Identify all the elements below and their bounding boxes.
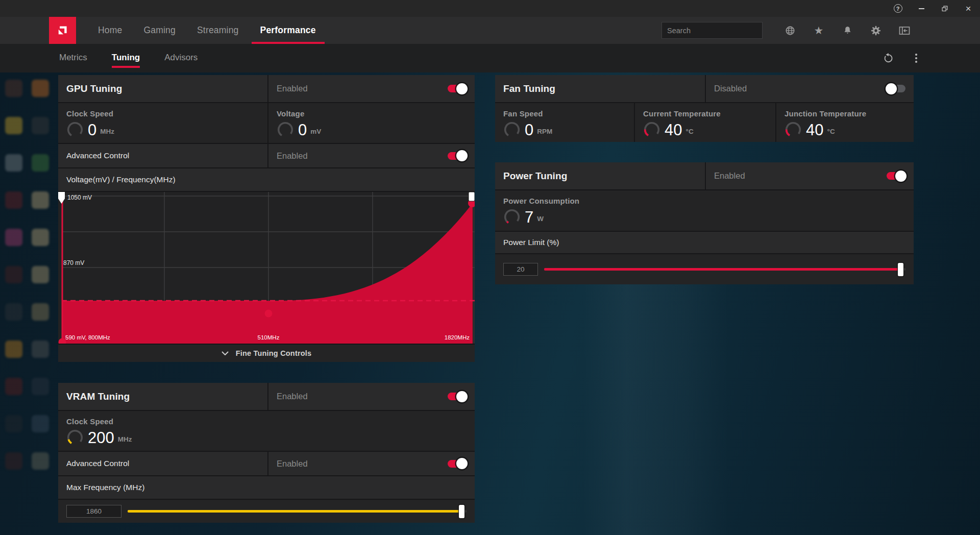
- tab-advisors[interactable]: Advisors: [152, 48, 210, 68]
- slider-handle[interactable]: [459, 505, 464, 518]
- gpu-tuning-toggle[interactable]: [448, 85, 467, 92]
- vram-tuning-status: Enabled: [277, 392, 308, 401]
- max-frequency-input[interactable]: [66, 505, 121, 518]
- vram-advanced-status: Enabled: [277, 459, 308, 469]
- power-tuning-title: Power Tuning: [503, 171, 567, 182]
- close-button[interactable]: ×: [957, 0, 980, 17]
- performance-subnav: Metrics Tuning Advisors: [0, 44, 980, 72]
- vram-advanced-toggle[interactable]: [448, 460, 467, 468]
- subnav-actions: [880, 51, 980, 66]
- amd-software-window: ? × Home Gaming Streaming Performance: [0, 0, 980, 535]
- gpu-tuning-status: Enabled: [277, 84, 308, 93]
- title-bar: ? ×: [0, 0, 980, 17]
- x-label-mid: 510MHz: [258, 334, 280, 341]
- fan-speed-value: 0: [525, 122, 533, 138]
- power-limit-label: Power Limit (%): [503, 238, 559, 247]
- voltage-frequency-header: Voltage(mV) / Frequency(MHz): [66, 175, 176, 184]
- vf-axis-handle[interactable]: [58, 192, 65, 204]
- fine-tuning-controls-expander[interactable]: Fine Tuning Controls: [58, 345, 475, 362]
- tab-streaming[interactable]: Streaming: [186, 17, 250, 44]
- current-temp-unit: °C: [685, 128, 693, 135]
- gauge-arc-icon: [643, 121, 660, 138]
- help-icon: ?: [894, 4, 902, 13]
- connect-panel-button[interactable]: [890, 17, 919, 44]
- gpu-tuning-title: GPU Tuning: [66, 83, 122, 94]
- undo-icon: [882, 53, 893, 64]
- nav-actions: ★: [662, 17, 980, 44]
- gauge-arc-icon: [277, 121, 294, 138]
- minimize-button[interactable]: [910, 0, 933, 17]
- power-consumption-unit: W: [537, 215, 544, 223]
- fan-tuning-toggle[interactable]: [887, 85, 905, 92]
- star-icon: ★: [814, 25, 824, 36]
- help-button[interactable]: ?: [886, 0, 910, 17]
- tab-tuning[interactable]: Tuning: [100, 48, 152, 68]
- gpu-advanced-status: Enabled: [277, 151, 308, 161]
- restore-button[interactable]: [933, 0, 957, 17]
- tuning-content: GPU Tuning Enabled Clock Speed 0 MHz: [0, 72, 980, 535]
- vram-tuning-card: VRAM Tuning Enabled Clock Speed 200: [58, 383, 475, 523]
- more-options-button[interactable]: [909, 51, 924, 66]
- gpu-advanced-toggle[interactable]: [448, 152, 467, 160]
- gauge-arc-icon: [66, 429, 84, 446]
- max-frequency-slider[interactable]: [128, 505, 467, 518]
- favorites-button[interactable]: ★: [804, 17, 833, 44]
- nav-tabs: Home Gaming Streaming Performance: [87, 17, 327, 44]
- web-browser-button[interactable]: [776, 17, 804, 44]
- vram-clock-value: 200: [88, 430, 114, 446]
- gauge-arc-icon: [785, 121, 802, 138]
- gpu-tuning-card: GPU Tuning Enabled Clock Speed 0 MHz: [58, 75, 475, 362]
- vram-clock-label: Clock Speed: [66, 417, 475, 426]
- minimize-icon: [919, 8, 924, 9]
- main-nav: Home Gaming Streaming Performance: [0, 17, 980, 44]
- junction-temp-label: Junction Temperature: [785, 109, 914, 118]
- power-consumption-label: Power Consumption: [503, 197, 914, 205]
- fine-tuning-controls-label: Fine Tuning Controls: [236, 349, 312, 357]
- max-frequency-label: Max Frequency (MHz): [66, 483, 144, 492]
- vram-advanced-label: Advanced Control: [66, 459, 129, 468]
- notifications-button[interactable]: [833, 17, 862, 44]
- fan-tuning-title: Fan Tuning: [503, 83, 555, 94]
- vram-tuning-toggle[interactable]: [448, 393, 467, 400]
- power-tuning-toggle[interactable]: [887, 172, 905, 180]
- tab-home[interactable]: Home: [87, 17, 133, 44]
- voltage-frequency-chart[interactable]: 1050 mV 870 mV 590 mV, 800MHz 510MHz 182…: [58, 192, 475, 344]
- restore-icon: [940, 4, 949, 13]
- gpu-voltage-unit: mV: [310, 128, 321, 135]
- tab-metrics[interactable]: Metrics: [47, 48, 100, 68]
- gauge-arc-icon: [503, 208, 521, 226]
- gpu-clock-value: 0: [88, 122, 96, 138]
- kebab-menu-icon: [915, 54, 917, 63]
- power-limit-slider[interactable]: [544, 263, 905, 276]
- gpu-voltage-label: Voltage: [277, 109, 475, 118]
- junction-temp-unit: °C: [827, 128, 835, 135]
- y-label-top: 1050 mV: [67, 194, 92, 201]
- search-input[interactable]: [667, 27, 763, 35]
- reset-button[interactable]: [880, 51, 895, 66]
- vf-point-mid[interactable]: [265, 310, 273, 318]
- power-tuning-status: Enabled: [714, 171, 745, 181]
- fan-speed-label: Fan Speed: [503, 109, 634, 118]
- vf-curve-area: [62, 203, 473, 344]
- power-limit-input[interactable]: [503, 263, 538, 276]
- gpu-clock-label: Clock Speed: [66, 109, 267, 118]
- gauge-arc-icon: [66, 121, 84, 138]
- amd-arrow-icon: [56, 23, 69, 37]
- tab-gaming[interactable]: Gaming: [133, 17, 186, 44]
- vram-clock-unit: MHz: [118, 435, 132, 443]
- current-temp-label: Current Temperature: [643, 109, 775, 118]
- globe-icon: [785, 25, 796, 36]
- settings-button[interactable]: [862, 17, 890, 44]
- bell-icon: [842, 25, 853, 36]
- gear-icon: [870, 25, 881, 36]
- power-tuning-card: Power Tuning Enabled Power Consumption: [495, 162, 914, 284]
- current-temp-value: 40: [665, 122, 682, 138]
- search-box[interactable]: [662, 22, 763, 39]
- tab-performance[interactable]: Performance: [250, 17, 327, 44]
- subnav-tabs: Metrics Tuning Advisors: [47, 48, 210, 68]
- slider-handle[interactable]: [898, 263, 903, 276]
- vf-max-handle[interactable]: [469, 192, 475, 201]
- power-consumption-value: 7: [525, 209, 533, 225]
- x-label-left: 590 mV, 800MHz: [65, 334, 110, 341]
- amd-logo[interactable]: [49, 17, 76, 44]
